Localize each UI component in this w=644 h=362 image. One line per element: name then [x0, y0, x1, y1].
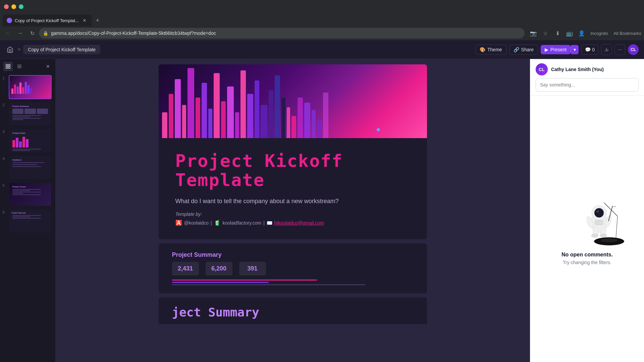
comments-empty-state: No open comments. Try changing the filte…: [530, 96, 644, 362]
slide-number: 4: [3, 157, 7, 161]
browser-icons: 📷 ☆ ⬇ 📺 👤 Incognito All Bookmarks: [529, 28, 641, 38]
avatar-initials: CL: [536, 63, 548, 75]
grid-view-btn[interactable]: [3, 62, 13, 71]
slide-2: Project Summary 2,431 6,200 391: [159, 243, 427, 293]
present-group: ▶ Present ▾: [541, 45, 579, 54]
url-text: gamma.app/docs/Copy-of-Project-Kickoff-T…: [51, 31, 521, 36]
present-button[interactable]: ▶ Present: [541, 45, 571, 54]
comment-input[interactable]: [536, 78, 639, 92]
no-comments-title: No open comments.: [561, 252, 613, 258]
svg-line-26: [612, 206, 616, 207]
slide-thumbnail[interactable]: Project Team and: [9, 209, 52, 233]
sidebar-close-btn[interactable]: ✕: [44, 62, 52, 70]
share-button[interactable]: 🔗 Share: [509, 45, 538, 55]
comments-panel: 0 comments Open ▾ ✕ CL Cathy Lane Smith …: [530, 40, 644, 362]
comment-icon: 💬: [585, 47, 591, 52]
browser-chrome: Copy of Project Kickoff Templat... ✕ + ←…: [0, 0, 644, 40]
slide-hero-image: [159, 64, 427, 138]
svg-rect-3: [6, 64, 8, 66]
template-link1: @koolaidco: [184, 220, 209, 226]
reload-btn[interactable]: ↻: [27, 28, 38, 39]
svg-rect-24: [595, 220, 603, 225]
home-btn[interactable]: [5, 45, 15, 54]
slide-item[interactable]: 4 Audience: [3, 156, 53, 180]
header-actions: 🎨 Theme 🔗 Share ▶ Present ▾ 💬 0 ··· CL: [475, 44, 639, 55]
slide-item[interactable]: 5 Project Scope: [3, 182, 53, 206]
slide-number: 6: [3, 210, 7, 214]
window-minimize-btn[interactable]: [11, 4, 16, 9]
slide-1: Project Kickoff Template What do I want …: [159, 64, 427, 239]
slide-subtitle: What do I want to tell the company about…: [175, 198, 410, 205]
bars-visualization: [159, 64, 427, 138]
stat3-value: 391: [245, 265, 261, 272]
slide-number: 5: [3, 184, 7, 187]
no-comments-subtitle: Try changing the filters.: [563, 260, 611, 265]
slide-1-content: Project Kickoff Template What do I want …: [159, 138, 427, 239]
forward-btn[interactable]: →: [15, 28, 25, 39]
slide-number: 2: [3, 103, 7, 107]
active-tab[interactable]: Copy of Project Kickoff Templat... ✕: [3, 14, 92, 26]
doc-title-pill[interactable]: Copy of Project Kickoff Template: [23, 45, 100, 54]
list-view-btn[interactable]: [15, 62, 24, 71]
theme-icon: 🎨: [480, 47, 485, 52]
more-options-button[interactable]: ···: [614, 44, 625, 55]
profile-icon[interactable]: 👤: [577, 28, 586, 38]
tab-bar: Copy of Project Kickoff Templat... ✕ +: [0, 13, 644, 27]
new-tab-btn[interactable]: +: [93, 16, 102, 25]
slide-container: Project Kickoff Template What do I want …: [159, 64, 427, 324]
main-content: Project Kickoff Template What do I want …: [55, 59, 530, 362]
tab-title: Copy of Project Kickoff Templat...: [15, 18, 79, 23]
commenter-row: CL Cathy Lane Smith (You): [536, 63, 639, 75]
cast-icon[interactable]: 📺: [565, 28, 574, 38]
camera-icon[interactable]: 📷: [529, 28, 538, 38]
incognito-label: Incognito: [590, 31, 608, 36]
slide-thumbnail[interactable]: Project Summary: [9, 102, 52, 126]
slide-thumbnail[interactable]: Project Goals: [9, 129, 52, 153]
slide-list: 1 2: [0, 74, 55, 362]
comment-button[interactable]: 💬 0: [581, 45, 598, 55]
slide-number: 1: [3, 76, 7, 80]
link2-icon: 🧃: [214, 220, 221, 226]
stat2-value: 6,200: [211, 265, 227, 272]
svg-point-17: [597, 210, 599, 213]
svg-point-13: [601, 238, 618, 242]
slide-item[interactable]: 1: [3, 75, 53, 99]
present-dropdown-btn[interactable]: ▾: [571, 45, 579, 54]
slide-thumbnail[interactable]: Project Scope: [9, 182, 52, 206]
url-bar[interactable]: 🔒 gamma.app/docs/Copy-of-Project-Kickoff…: [39, 28, 525, 39]
separator2: |: [263, 220, 265, 226]
window-close-btn[interactable]: [4, 4, 9, 9]
slide-number: 3: [3, 130, 7, 134]
template-link3[interactable]: hikoolaidco@gmail.com: [274, 220, 324, 226]
template-by-label: Template by:: [175, 212, 410, 217]
window-maximize-btn[interactable]: [19, 4, 23, 9]
star-icon[interactable]: ☆: [541, 28, 550, 38]
theme-button[interactable]: 🎨 Theme: [475, 45, 506, 55]
template-links: 🅰️ @koolaidco | 🧃 koolaidfactory.com | ✉…: [175, 220, 410, 226]
sidebar-toolbar: ✕: [0, 59, 55, 74]
slide-item[interactable]: 2 Project Summary: [3, 102, 53, 126]
svg-point-22: [591, 234, 598, 237]
slide-item[interactable]: 3 Project Goals: [3, 129, 53, 153]
slide-3-preview: ject Summary: [159, 297, 427, 324]
download-icon[interactable]: ⬇: [553, 28, 562, 38]
user-avatar[interactable]: CL: [628, 44, 639, 55]
separator1: |: [211, 220, 212, 226]
astronaut-illustration: [550, 193, 624, 246]
link1-icon: 🅰️: [175, 220, 182, 226]
template-link2: koolaidfactory.com: [223, 220, 262, 226]
back-btn[interactable]: ←: [3, 28, 13, 39]
title-bar: [0, 0, 644, 13]
slide-thumbnail[interactable]: Audience: [9, 156, 52, 180]
commenter-avatar: CL: [536, 63, 548, 75]
tab-close-btn[interactable]: ✕: [82, 17, 88, 23]
svg-rect-6: [8, 67, 10, 68]
sidebar: ✕ 1: [0, 59, 55, 362]
all-bookmarks-label: All Bookmarks: [613, 31, 641, 36]
slide-thumbnail[interactable]: [9, 75, 52, 99]
analytics-button[interactable]: [601, 44, 612, 55]
share-icon: 🔗: [514, 47, 519, 52]
slide-item[interactable]: 6 Project Team and: [3, 209, 53, 233]
svg-rect-5: [6, 67, 8, 68]
slide-main-title: Project Kickoff Template: [175, 152, 410, 190]
